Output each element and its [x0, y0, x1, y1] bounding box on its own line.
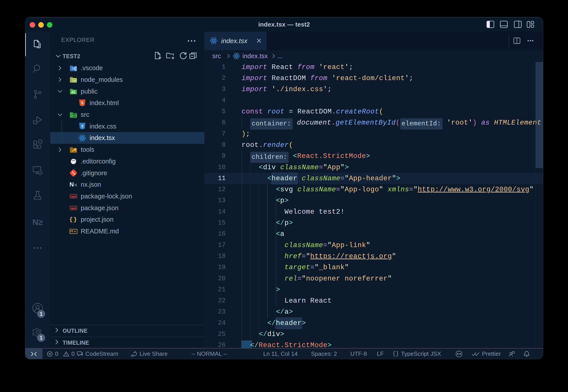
svg-text:</>: </>	[72, 114, 77, 117]
svg-text:JS: JS	[73, 79, 76, 82]
svg-text:npm: npm	[71, 195, 76, 198]
svg-text:npm: npm	[71, 207, 76, 210]
svg-text:5: 5	[81, 101, 83, 105]
svg-text:3: 3	[81, 124, 83, 128]
